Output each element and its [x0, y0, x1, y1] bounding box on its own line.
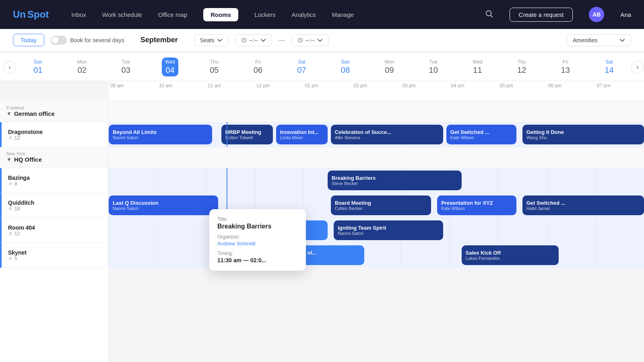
event-person: Wang Shu	[526, 135, 640, 140]
today-button[interactable]: Today	[13, 34, 44, 46]
date-cell-14[interactable]: Sat14	[601, 58, 617, 76]
office-collapse-icon[interactable]: ▼	[6, 111, 12, 117]
event-person: Halid Jamal	[526, 206, 640, 211]
event-breaking-barriers[interactable]: Breaking Barriers Steve Becker	[328, 171, 462, 190]
nav-manage[interactable]: Manage	[332, 11, 354, 18]
time-start-filter[interactable]: --:--	[235, 34, 272, 46]
svg-point-0	[486, 10, 491, 16]
calendar-wrapper: ‹ Sun01Mon02Tue03Wed04Thu05Fri06Sat07Sun…	[0, 51, 644, 360]
nav-lockers[interactable]: Lockers	[254, 11, 276, 18]
month-title: September	[140, 36, 178, 44]
date-cell-05[interactable]: Thu05	[206, 58, 222, 76]
office-name: German office	[14, 110, 55, 117]
tooltip-timing: 11:30 am — 02:0...	[217, 257, 298, 263]
tooltip-organizer[interactable]: Andrew Schmidt	[217, 241, 298, 247]
date-cell-06[interactable]: Fri06	[250, 58, 266, 76]
date-cell-08[interactable]: Sun08	[338, 58, 353, 76]
event-title: Sales Kick Off	[466, 250, 555, 256]
event-title: Get Switched ...	[526, 200, 640, 206]
date-cell-11[interactable]: Wed11	[469, 58, 485, 76]
event-person: Kate Wilson	[441, 206, 512, 211]
prev-arrow[interactable]: ‹	[3, 61, 16, 74]
date-cell-09[interactable]: Mon09	[382, 58, 397, 76]
event-person: Allie Stevens	[335, 135, 440, 140]
timeline-room-quidditch: Last Q Discussion Naomi Satori Board Mee…	[109, 193, 644, 218]
create-request-button[interactable]: Create a request	[510, 8, 573, 22]
event-sales-kick-off[interactable]: Sales Kick Off Lukas Fernandes	[462, 245, 559, 265]
svg-line-7	[300, 40, 301, 41]
date-cell-02[interactable]: Mon02	[74, 58, 90, 76]
event-person: Linda Meier	[280, 135, 324, 140]
sidebar-office-header-0: Frankfurt ▼ German office	[0, 101, 108, 122]
nav-analytics[interactable]: Analytics	[292, 11, 316, 18]
search-icon[interactable]	[485, 9, 493, 20]
time-label: 11 am	[206, 83, 255, 88]
room-seats: 12	[8, 231, 35, 237]
sidebar-room-room-404: Room 404 12	[0, 218, 108, 243]
svg-point-8	[10, 136, 11, 138]
date-cell-04[interactable]: Wed04	[162, 58, 178, 76]
avatar[interactable]: AB	[589, 7, 604, 22]
event-title: Presentation for XYZ	[441, 200, 512, 206]
event-hrbp-meeting[interactable]: HRBP Meeting Colten Tidwell	[221, 125, 273, 144]
svg-point-9	[10, 182, 11, 184]
nav-work-schedule[interactable]: Work schedule	[102, 11, 142, 18]
time-tick	[303, 168, 304, 193]
time-label: 04 pm	[449, 83, 498, 88]
current-time-line	[227, 168, 227, 193]
nav-office-map[interactable]: Office map	[158, 11, 187, 18]
time-end-filter[interactable]: --:--	[291, 34, 329, 46]
event-presentation-for-xyz[interactable]: Presentation for XYZ Kate Wilson	[437, 195, 516, 215]
nav-inbox[interactable]: Inbox	[71, 11, 86, 18]
logo[interactable]: UnSpot	[13, 9, 49, 20]
event-title: Breaking Barriers	[332, 175, 458, 181]
amenities-filter[interactable]: Amenities	[567, 34, 631, 46]
event-igniting-team-spirit[interactable]: Igniting Team Spirit Naomi Satori	[334, 220, 443, 240]
event-person: Naomi Satori	[113, 206, 214, 211]
user-name: Ana	[620, 11, 631, 18]
time-label: 02 pm	[352, 83, 401, 88]
nav-rooms[interactable]: Rooms	[203, 8, 238, 21]
event-person: Kate Wilson	[450, 135, 512, 140]
date-cell-07[interactable]: Sat07	[294, 58, 309, 76]
time-label: 01 pm	[303, 83, 352, 88]
room-name: Quidditch	[8, 200, 34, 206]
event-innovation-int[interactable]: Innovation Int... Linda Meier	[276, 125, 328, 144]
event-get-switched-[interactable]: Get Switched ... Halid Jamal	[522, 195, 644, 215]
time-label: 06 pm	[547, 83, 595, 88]
event-title: Getting It Done	[526, 129, 640, 135]
timeline-office-header-1	[109, 147, 644, 168]
event-getting-it-done[interactable]: Getting It Done Wang Shu	[522, 125, 644, 144]
seats-filter[interactable]: Seats	[194, 34, 229, 46]
date-cell-12[interactable]: Thu12	[514, 58, 529, 76]
book-several-days-toggle[interactable]	[51, 36, 67, 45]
date-nav: ‹ Sun01Mon02Tue03Wed04Thu05Fri06Sat07Sun…	[0, 53, 644, 81]
time-tick	[595, 243, 596, 267]
event-title: Innovation Int...	[280, 129, 324, 135]
sidebar-office-header-1: New York ▼ HQ Office	[0, 147, 108, 168]
sidebar-room-skynet: Skynet 5	[0, 243, 108, 268]
navbar: UnSpot Inbox Work schedule Office map Ro…	[0, 0, 644, 29]
event-board-meeting[interactable]: Board Meeting Colten Becker	[331, 195, 431, 215]
next-arrow[interactable]: ›	[631, 61, 644, 74]
date-cell-13[interactable]: Fri13	[558, 58, 573, 76]
date-cell-01[interactable]: Sun01	[30, 58, 45, 76]
time-label: 10 am	[157, 83, 206, 88]
event-title: Beyond All Limits	[113, 129, 208, 135]
time-tick	[206, 168, 206, 193]
time-tick	[449, 218, 450, 243]
event-beyond-all-limits[interactable]: Beyond All Limits Naomi Satori	[109, 125, 212, 144]
office-collapse-icon[interactable]: ▼	[6, 156, 12, 162]
timeline-col: Beyond All Limits Naomi Satori HRBP Meet…	[109, 101, 644, 362]
logo-spot: Spot	[27, 9, 49, 20]
office-city: New York	[6, 151, 102, 156]
event-celebration-of-succe[interactable]: Celebration of Succe... Allie Stevens	[331, 125, 444, 144]
svg-line-1	[491, 15, 493, 17]
date-cell-10[interactable]: Tue10	[426, 58, 441, 76]
event-last-q-discussion[interactable]: Last Q Discussion Naomi Satori	[109, 195, 218, 215]
event-get-switched-[interactable]: Get Switched ... Kate Wilson	[446, 125, 516, 144]
time-label: 12 pm	[255, 83, 303, 88]
room-name: Skynet	[8, 249, 27, 256]
dates-row: Sun01Mon02Tue03Wed04Thu05Fri06Sat07Sun08…	[16, 58, 631, 76]
date-cell-03[interactable]: Tue03	[118, 58, 134, 76]
